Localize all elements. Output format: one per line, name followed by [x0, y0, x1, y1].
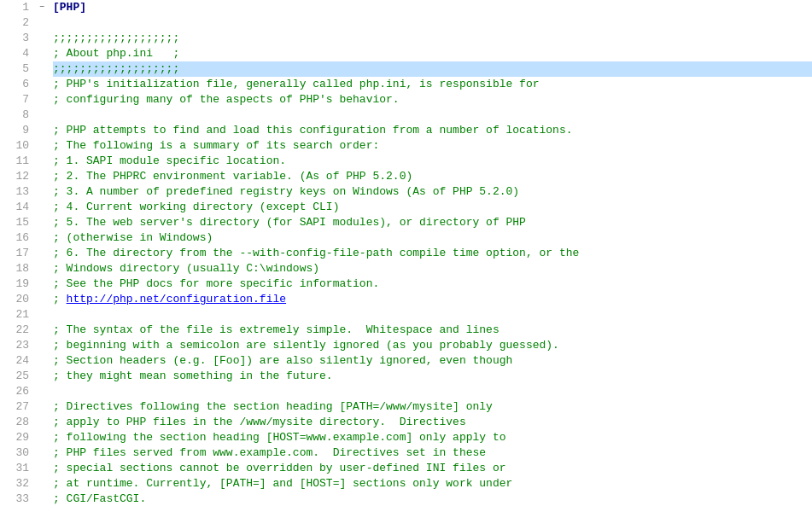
collapse-empty: [36, 77, 48, 92]
collapse-empty: [36, 292, 48, 307]
collapse-empty: [36, 384, 48, 399]
collapse-button[interactable]: −: [36, 0, 48, 15]
collapse-empty: [36, 261, 48, 276]
line-number: 23: [7, 338, 29, 353]
collapse-empty: [36, 369, 48, 384]
collapse-empty: [36, 476, 48, 492]
line-number: 14: [7, 200, 29, 215]
collapse-empty: [36, 215, 48, 230]
editor: 1234567891011121314151617181920212223242…: [0, 0, 812, 512]
code-line: ; 2. The PHPRC environment variable. (As…: [53, 169, 812, 184]
collapse-empty: [36, 461, 48, 476]
code-line: ; About php.ini ;: [53, 46, 812, 61]
collapse-empty: [36, 276, 48, 292]
line-number: 13: [7, 184, 29, 200]
collapse-empty: [36, 154, 48, 169]
line-number: 31: [7, 461, 29, 476]
collapse-empty: [36, 338, 48, 353]
php-ini-link[interactable]: http://php.net/configuration.file: [67, 293, 286, 305]
line-number: 12: [7, 169, 29, 184]
line-number: 26: [7, 384, 29, 399]
code-line: ; PHP's initialization file, generally c…: [53, 77, 812, 92]
code-line: ; See the PHP docs for more specific inf…: [53, 276, 812, 292]
collapse-empty: [36, 123, 48, 138]
collapse-empty: [36, 92, 48, 108]
line-number: 2: [7, 15, 29, 31]
code-line: ; 1. SAPI module specific location.: [53, 154, 812, 169]
line-number: 28: [7, 415, 29, 430]
code-line: ; The following is a summary of its sear…: [53, 138, 812, 154]
code-line: [53, 15, 812, 31]
line-number: 9: [7, 123, 29, 138]
collapse-empty: [36, 353, 48, 369]
code-line: ; Windows directory (usually C:\windows): [53, 261, 812, 276]
code-line: ; beginning with a semicolon are silentl…: [53, 338, 812, 353]
collapse-empty: [36, 15, 48, 31]
code-line: ; configuring many of the aspects of PHP…: [53, 92, 812, 108]
line-number: 32: [7, 476, 29, 492]
code-line: [53, 384, 812, 399]
code-line: ; at runtime. Currently, [PATH=] and [HO…: [53, 476, 812, 492]
code-line: ;;;;;;;;;;;;;;;;;;;: [53, 31, 812, 46]
collapse-empty: [36, 46, 48, 61]
collapse-empty: [36, 61, 48, 77]
collapse-empty: [36, 230, 48, 246]
collapse-empty: [36, 246, 48, 261]
line-number: 5: [7, 61, 29, 77]
collapse-empty: [36, 200, 48, 215]
collapse-gutter: −: [36, 0, 48, 512]
line-number: 30: [7, 445, 29, 461]
line-number: 20: [7, 292, 29, 307]
line-number: 33: [7, 492, 29, 507]
code-line: ; CGI/FastCGI.: [53, 492, 812, 507]
collapse-empty: [36, 31, 48, 46]
code-line: ; 6. The directory from the --with-confi…: [53, 246, 812, 261]
line-number: 29: [7, 430, 29, 445]
code-line: ; PHP files served from www.example.com.…: [53, 445, 812, 461]
line-number: 4: [7, 46, 29, 61]
line-numbers: 1234567891011121314151617181920212223242…: [0, 0, 36, 512]
code-line: ; Section headers (e.g. [Foo]) are also …: [53, 353, 812, 369]
line-number: 11: [7, 154, 29, 169]
line-number: 22: [7, 323, 29, 338]
code-line: ; PHP attempts to find and load this con…: [53, 123, 812, 138]
code-line: ; 5. The web server's directory (for SAP…: [53, 215, 812, 230]
line-number: 25: [7, 369, 29, 384]
line-number: 24: [7, 353, 29, 369]
code-line: ; The syntax of the file is extremely si…: [53, 323, 812, 338]
code-line: ; they might mean something in the futur…: [53, 369, 812, 384]
code-line: ;;;;;;;;;;;;;;;;;;;: [53, 61, 812, 77]
code-line: [PHP]: [53, 0, 812, 15]
line-number: 6: [7, 77, 29, 92]
code-area: 1234567891011121314151617181920212223242…: [0, 0, 812, 512]
line-number: 19: [7, 276, 29, 292]
line-number: 18: [7, 261, 29, 276]
collapse-empty: [36, 399, 48, 415]
collapse-empty: [36, 307, 48, 323]
code-line: ; http://php.net/configuration.file: [53, 292, 812, 307]
code-line: ; following the section heading [HOST=ww…: [53, 430, 812, 445]
collapse-empty: [36, 184, 48, 200]
collapse-empty: [36, 138, 48, 154]
code-line: [53, 108, 812, 123]
collapse-empty: [36, 108, 48, 123]
code-lines: [PHP];;;;;;;;;;;;;;;;;;;; About php.ini …: [48, 0, 812, 512]
line-number: 1: [7, 0, 29, 15]
line-number: 17: [7, 246, 29, 261]
collapse-empty: [36, 492, 48, 507]
code-line: ; apply to PHP files in the /www/mysite …: [53, 415, 812, 430]
code-line: ; (otherwise in Windows): [53, 230, 812, 246]
line-number: 27: [7, 399, 29, 415]
line-number: 16: [7, 230, 29, 246]
collapse-empty: [36, 415, 48, 430]
line-number: 21: [7, 307, 29, 323]
code-line: ; special sections cannot be overridden …: [53, 461, 812, 476]
line-number: 15: [7, 215, 29, 230]
code-line: ; 4. Current working directory (except C…: [53, 200, 812, 215]
code-line: ; 3. A number of predefined registry key…: [53, 184, 812, 200]
line-number: 8: [7, 108, 29, 123]
collapse-empty: [36, 430, 48, 445]
line-number: 7: [7, 92, 29, 108]
collapse-empty: [36, 169, 48, 184]
collapse-empty: [36, 445, 48, 461]
